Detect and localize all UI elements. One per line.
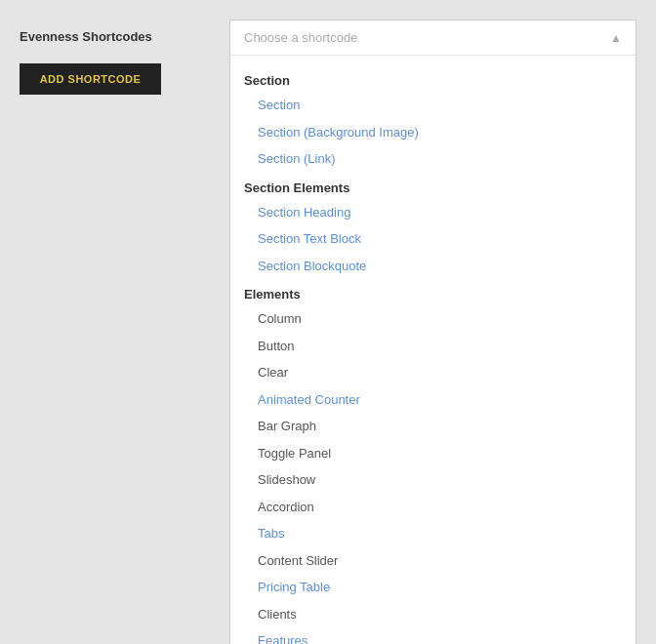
sidebar: Evenness Shortcodes ADD SHORTCODE (20, 20, 229, 644)
list-item[interactable]: Pricing Table (230, 574, 636, 601)
list-item[interactable]: Section (Background Image) (230, 119, 636, 146)
group-label: Section Elements (230, 173, 636, 199)
list-item[interactable]: Tabs (230, 520, 636, 547)
list-item[interactable]: Slideshow (230, 466, 636, 494)
dropdown-header[interactable]: Choose a shortcode ▲ (230, 20, 636, 56)
list-item[interactable]: Button (230, 333, 636, 360)
list-item[interactable]: Features (230, 627, 636, 644)
list-item[interactable]: Section Text Block (230, 225, 636, 253)
dropdown-content: SectionSectionSection (Background Image)… (230, 56, 636, 644)
shortcode-dropdown-panel: Choose a shortcode ▲ SectionSectionSecti… (229, 20, 636, 644)
list-item[interactable]: Animated Counter (230, 386, 636, 414)
list-item[interactable]: Section (230, 92, 636, 119)
list-item[interactable]: Section Blockquote (230, 253, 636, 280)
group-label: Section (230, 65, 636, 92)
dropdown-placeholder: Choose a shortcode (244, 30, 357, 45)
list-item[interactable]: Content Slider (230, 547, 636, 575)
main-container: Evenness Shortcodes ADD SHORTCODE Choose… (20, 20, 636, 644)
list-item[interactable]: Clients (230, 601, 636, 628)
list-item[interactable]: Section Heading (230, 199, 636, 226)
add-shortcode-button[interactable]: ADD SHORTCODE (20, 63, 161, 95)
list-item[interactable]: Section (Link) (230, 145, 636, 173)
chevron-up-icon: ▲ (610, 31, 622, 45)
list-item[interactable]: Column (230, 305, 636, 333)
sidebar-title: Evenness Shortcodes (20, 29, 220, 44)
list-item[interactable]: Accordion (230, 494, 636, 521)
list-item[interactable]: Clear (230, 359, 636, 386)
list-item[interactable]: Bar Graph (230, 413, 636, 440)
list-item[interactable]: Toggle Panel (230, 440, 636, 467)
group-label: Elements (230, 279, 636, 305)
